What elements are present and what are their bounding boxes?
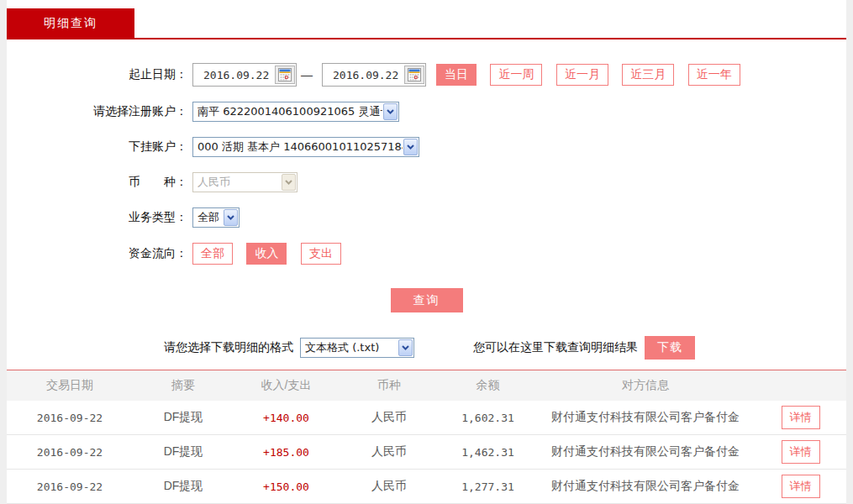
main-panel: 明细查询 起止日期： xyxy=(7,0,846,504)
cell-counterparty: 财付通支付科技有限公司客户备付金 xyxy=(536,410,755,425)
chevron-down-icon xyxy=(282,174,296,191)
cell-amount: +140.00 xyxy=(234,412,339,424)
cell-summary: DF提现 xyxy=(133,410,234,425)
cell-counterparty: 财付通支付科技有限公司客户备付金 xyxy=(536,444,755,459)
sub-account-row: 下挂账户： 000 活期 基本户 1406600101102571848 xyxy=(7,137,846,157)
chevron-down-icon xyxy=(224,209,238,226)
account-row: 请选择注册账户： 南平 6222001406100921065 灵通卡 xyxy=(7,102,846,122)
table-body: 2016-09-22 DF提现 +140.00 人民币 1,602.31 财付通… xyxy=(7,401,846,504)
currency-row: 币 种： 人民币 xyxy=(7,172,846,192)
download-button[interactable]: 下载 xyxy=(645,336,695,360)
cell-balance: 1,602.31 xyxy=(440,412,536,424)
detail-button[interactable]: 详情 xyxy=(782,406,820,429)
query-button-row: 查询 xyxy=(7,288,846,312)
cell-action: 详情 xyxy=(755,440,846,464)
table-row: 2016-09-22 DF提现 +185.00 人民币 1,462.31 财付通… xyxy=(7,435,846,470)
tab-detail-query[interactable]: 明细查询 xyxy=(7,8,134,38)
cell-currency: 人民币 xyxy=(339,410,440,425)
download-format-select[interactable]: 文本格式 (.txt) xyxy=(300,338,414,358)
fund-flow-button[interactable]: 支出 xyxy=(301,243,341,265)
date-quick-button[interactable]: 近三月 xyxy=(622,64,674,86)
col-header-counterparty: 对方信息 xyxy=(536,378,755,393)
col-header-balance: 余额 xyxy=(440,378,536,393)
cell-balance: 1,277.31 xyxy=(440,480,536,493)
date-quick-button[interactable]: 近一月 xyxy=(556,64,608,86)
date-quick-button[interactable]: 当日 xyxy=(436,64,477,86)
detail-button[interactable]: 详情 xyxy=(782,440,820,464)
business-type-label: 业务类型： xyxy=(7,210,187,225)
chevron-down-icon xyxy=(403,139,418,155)
business-type-select[interactable]: 全部 xyxy=(192,207,240,228)
table-row: 2016-09-22 DF提现 +140.00 人民币 1,602.31 财付通… xyxy=(7,401,846,435)
col-header-date: 交易日期 xyxy=(7,378,133,393)
date-range-label: 起止日期： xyxy=(7,67,187,82)
calendar-icon xyxy=(278,68,292,81)
currency-select: 人民币 xyxy=(192,172,297,192)
date-quick-button[interactable]: 近一年 xyxy=(688,64,740,86)
results-table: 交易日期 摘要 收入/支出 币种 余额 对方信息 2016-09-22 DF提现… xyxy=(7,370,846,504)
fund-flow-label: 资金流向： xyxy=(7,246,187,261)
fund-flow-buttons: 全部 收入 支出 xyxy=(182,243,341,265)
table-header-row: 交易日期 摘要 收入/支出 币种 余额 对方信息 xyxy=(7,370,846,401)
date-quick-button[interactable]: 近一周 xyxy=(490,64,542,86)
sub-account-select-value: 000 活期 基本户 1406600101102571848 xyxy=(193,139,403,155)
download-row: 请您选择下载明细的格式 文本格式 (.txt) 您可以在这里下载查询明细结果 下… xyxy=(164,336,846,360)
fund-flow-button[interactable]: 全部 xyxy=(192,243,233,265)
sub-account-label: 下挂账户： xyxy=(7,139,187,155)
cell-date: 2016-09-22 xyxy=(7,446,133,459)
download-format-value: 文本格式 (.txt) xyxy=(301,340,379,355)
tab-label: 明细查询 xyxy=(44,16,97,31)
cell-balance: 1,462.31 xyxy=(440,446,536,459)
cell-summary: DF提现 xyxy=(133,479,234,494)
sub-account-select[interactable]: 000 活期 基本户 1406600101102571848 xyxy=(192,137,419,157)
fund-flow-button[interactable]: 收入 xyxy=(246,243,287,265)
detail-button[interactable]: 详情 xyxy=(782,475,820,498)
account-label: 请选择注册账户： xyxy=(7,104,187,119)
fund-flow-row: 资金流向： 全部 收入 支出 xyxy=(7,243,846,265)
account-select-value: 南平 6222001406100921065 灵通卡 xyxy=(193,104,382,119)
col-header-currency: 币种 xyxy=(339,378,440,393)
tab-bar: 明细查询 xyxy=(7,0,846,39)
start-date-calendar-button[interactable] xyxy=(275,66,295,84)
chevron-down-icon xyxy=(383,103,398,120)
cell-counterparty: 财付通支付科技有限公司客户备付金 xyxy=(536,479,755,494)
cell-date: 2016-09-22 xyxy=(7,412,133,424)
date-range-separator: — xyxy=(301,68,313,81)
date-range-row: 起止日期： xyxy=(7,63,846,87)
col-header-summary: 摘要 xyxy=(133,378,234,393)
cell-summary: DF提现 xyxy=(133,444,234,459)
download-hint: 您可以在这里下载查询明细结果 xyxy=(473,340,638,355)
download-format-label: 请您选择下载明细的格式 xyxy=(164,340,293,355)
table-row: 2016-09-22 DF提现 +150.00 人民币 1,277.31 财付通… xyxy=(7,470,846,504)
currency-label: 币 种： xyxy=(7,175,187,190)
end-date-field[interactable] xyxy=(322,63,426,87)
cell-action: 详情 xyxy=(755,475,846,498)
currency-select-value: 人民币 xyxy=(193,175,230,190)
cell-amount: +185.00 xyxy=(234,446,339,459)
cell-currency: 人民币 xyxy=(339,479,440,494)
end-date-calendar-button[interactable] xyxy=(404,66,424,84)
cell-currency: 人民币 xyxy=(339,444,440,459)
end-date-input[interactable] xyxy=(323,68,403,82)
cell-date: 2016-09-22 xyxy=(7,480,133,493)
col-header-amount: 收入/支出 xyxy=(234,378,339,393)
date-quick-buttons: 当日 近一周 近一月 近三月 近一年 xyxy=(426,64,740,86)
start-date-input[interactable] xyxy=(193,68,274,82)
business-type-select-value: 全部 xyxy=(193,210,219,225)
cell-action: 详情 xyxy=(755,406,846,429)
calendar-icon xyxy=(408,68,421,81)
start-date-field[interactable] xyxy=(192,63,297,87)
business-type-row: 业务类型： 全部 xyxy=(7,207,846,228)
account-select[interactable]: 南平 6222001406100921065 灵通卡 xyxy=(192,102,399,122)
cell-amount: +150.00 xyxy=(234,480,339,493)
query-button[interactable]: 查询 xyxy=(391,288,463,312)
chevron-down-icon xyxy=(398,339,413,356)
query-form: 起止日期： xyxy=(7,39,846,370)
